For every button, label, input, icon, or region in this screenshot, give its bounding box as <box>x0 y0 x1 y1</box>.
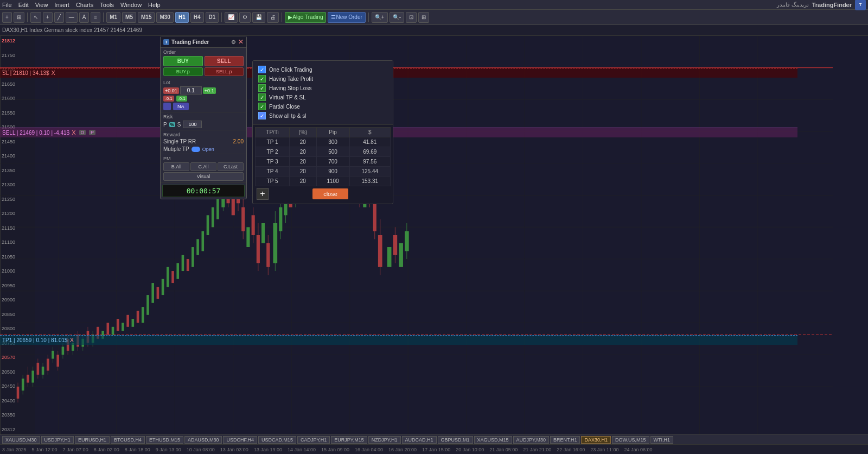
timer-display: 00:00:57 <box>162 185 245 197</box>
tab-usdchf-h4[interactable]: USDCHF,H4 <box>223 436 257 444</box>
new-order-btn[interactable]: ☰ New Order <box>328 12 365 23</box>
lot-inc2-btn[interactable]: -0.1 <box>176 96 187 102</box>
checkbox-1[interactable] <box>258 75 266 83</box>
tf-h4[interactable]: H4 <box>190 12 204 23</box>
chart-canvas[interactable]: SL | 21810 | 34.13$ X SELL | 21469 | 0.1… <box>0 36 833 434</box>
tab-usdjpy-h1[interactable]: USDJPY,H1 <box>41 436 74 444</box>
tab-wti-h1[interactable]: WTI,H1 <box>650 436 674 444</box>
checkbox-3[interactable] <box>258 93 266 101</box>
tp1-line: TP1 | 20659 | 0.10 | 81.01$ X <box>0 335 797 345</box>
tab-brent-h1[interactable]: BRENT,H1 <box>550 436 580 444</box>
toolbar-chart-type[interactable]: 📈 <box>225 12 238 23</box>
check-label-4: Partial Close <box>269 104 300 110</box>
check-label-3: Virtual TP & SL <box>269 94 306 100</box>
c-last-btn[interactable]: C.Last <box>218 162 244 171</box>
c-all-btn[interactable]: C.All <box>190 162 216 171</box>
tf-d1[interactable]: D1 <box>206 12 219 23</box>
time-label-11: 16 Jan 04:00 <box>355 447 383 452</box>
menu-insert[interactable]: Insert <box>54 2 69 8</box>
checkbox-5[interactable] <box>258 112 266 119</box>
sell-btn[interactable]: SELL <box>205 56 244 66</box>
tab-usdcad-m15[interactable]: USDCAD,M15 <box>258 436 296 444</box>
sell-line: SELL | 21469 | 0.10 | -4.41$ X D P <box>0 128 797 137</box>
mtp-open-btn[interactable]: Open <box>202 147 214 152</box>
tab-eurusd-h1[interactable]: EURUSD,H1 <box>75 436 110 444</box>
gear-icon[interactable]: ⚙ <box>231 39 236 45</box>
checkbox-4[interactable] <box>258 103 266 110</box>
b-all-btn[interactable]: B.All <box>163 162 189 171</box>
tab-ethusd-m15[interactable]: ETHUSD,M15 <box>146 436 183 444</box>
mtp-toggle[interactable] <box>192 147 200 152</box>
menu-view[interactable]: View <box>35 2 48 8</box>
tab-adausd-m30[interactable]: ADAUSD,M30 <box>184 436 222 444</box>
menu-edit[interactable]: Edit <box>18 2 29 8</box>
risk-value-input[interactable] <box>183 121 202 128</box>
toolbar-crosshair[interactable]: + <box>43 12 53 23</box>
tab-dax30-h1[interactable]: DAX30,H1 <box>581 436 611 444</box>
buy-btn[interactable]: BUY <box>163 56 203 66</box>
toolbar-fib[interactable]: ≡ <box>91 12 100 23</box>
na-color-btn[interactable] <box>163 103 171 110</box>
toolbar-text[interactable]: A <box>79 12 90 23</box>
tab-audcad-h1[interactable]: AUDCAD,H1 <box>402 436 437 444</box>
tab-cadjpy-h1[interactable]: CADJPY,H1 <box>297 436 330 444</box>
toolbar-line[interactable]: ╱ <box>54 12 64 23</box>
sl-close-btn[interactable]: X <box>52 70 55 76</box>
tab-nzdjpy-h1[interactable]: NZDJPY,H1 <box>368 436 401 444</box>
toolbar-save[interactable]: 💾 <box>252 12 265 23</box>
na-btn[interactable]: NA <box>173 103 189 110</box>
tf-m15[interactable]: M15 <box>138 12 155 23</box>
toolbar-print[interactable]: 🖨 <box>267 12 279 23</box>
tab-audjpy-m30[interactable]: AUDJPY,M30 <box>513 436 549 444</box>
sell-close-btn[interactable]: X <box>72 129 75 136</box>
tab-dowus-m15[interactable]: DOW.US,M15 <box>612 436 649 444</box>
tab-xagusd-m15[interactable]: XAGUSD,M15 <box>474 436 512 444</box>
menu-window[interactable]: Window <box>120 2 142 8</box>
tp-row-2: TP 2 20 500 69.69 <box>256 147 391 157</box>
time-label-1: 5 Jan 12:00 <box>32 447 58 452</box>
check-label-0: One Click Trading <box>269 67 312 73</box>
checkbox-0[interactable] <box>258 66 266 73</box>
tab-gbpusd-m1[interactable]: GBPUSD,M1 <box>438 436 473 444</box>
lot-dec2-btn[interactable]: -0.1 <box>163 96 174 102</box>
sell-p-badge[interactable]: P <box>89 130 95 135</box>
lot-inc1-btn[interactable]: +0.1 <box>203 87 216 94</box>
time-label-16: 21 Jan 21:00 <box>523 447 551 452</box>
toolbar-templates[interactable]: ⊞ <box>14 12 24 23</box>
toolbar-hline[interactable]: — <box>66 12 78 23</box>
logo-arabic: تریدینگ فایندر <box>777 2 809 8</box>
toolbar-zoom-out[interactable]: 🔍- <box>390 12 404 23</box>
sell-d-badge[interactable]: D <box>79 130 86 135</box>
menu-charts[interactable]: Charts <box>76 2 93 8</box>
algo-trading-btn[interactable]: ▶ Algo Trading <box>285 12 326 23</box>
tp-table: TP/Ti (%) Pip $ TP 1 20 300 41.81 TP 2 <box>255 127 391 186</box>
close-popup-btn[interactable]: close <box>312 188 348 199</box>
toolbar-indicators[interactable]: ⚙ <box>239 12 251 23</box>
toolbar-cursor[interactable]: ↖ <box>30 12 41 23</box>
sellp-btn[interactable]: SELL.p <box>205 67 244 76</box>
checkbox-2[interactable] <box>258 84 266 92</box>
tab-btcusd-h4[interactable]: BTCUSD,H4 <box>111 436 145 444</box>
menu-help[interactable]: Help <box>148 2 161 8</box>
tf-h1[interactable]: H1 <box>175 12 189 23</box>
tp1-close-btn[interactable]: X <box>70 337 74 343</box>
toolbar-divider-2 <box>103 12 104 22</box>
visual-btn[interactable]: Visual <box>163 172 244 181</box>
menu-tools[interactable]: Tools <box>100 2 114 8</box>
menu-file[interactable]: File <box>2 2 12 8</box>
lot-input[interactable] <box>180 86 202 94</box>
tab-eurjpy-m15[interactable]: EURJPY,M15 <box>331 436 367 444</box>
tf-m5[interactable]: M5 <box>122 12 136 23</box>
tp4-name: TP 4 <box>256 167 290 176</box>
toolbar-grid[interactable]: ⊞ <box>418 12 429 23</box>
add-tp-btn[interactable]: + <box>257 188 269 200</box>
toolbar-autoscale[interactable]: ⊡ <box>406 12 417 23</box>
tf-m1[interactable]: M1 <box>106 12 120 23</box>
panel-close-btn[interactable]: ✕ <box>238 38 244 46</box>
tf-m30[interactable]: M30 <box>156 12 173 23</box>
toolbar-zoom-in[interactable]: 🔍+ <box>372 12 388 23</box>
tab-xauusd-m30[interactable]: XAUUSD,M30 <box>2 436 40 444</box>
lot-dec1-btn[interactable]: +0.01 <box>163 87 179 94</box>
toolbar-new-chart[interactable]: + <box>2 12 12 23</box>
buyp-btn[interactable]: BUY.p <box>163 67 203 76</box>
